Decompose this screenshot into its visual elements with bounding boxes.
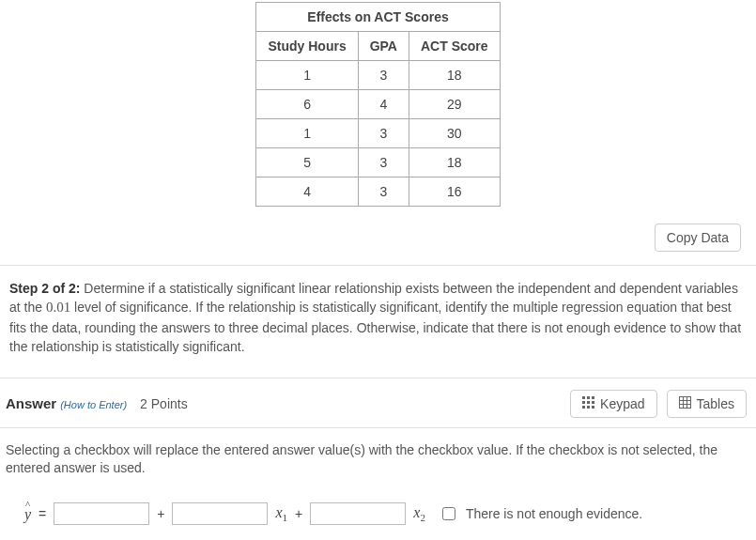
x2-symbol: x2: [413, 504, 425, 523]
answer-body: Selecting a checkbox will replace the en…: [0, 428, 756, 540]
table-row: 4 3 16: [256, 177, 500, 207]
keypad-label: Keypad: [600, 396, 644, 411]
equals-sign: =: [39, 506, 46, 521]
x1-symbol: x1: [275, 504, 287, 523]
data-table: Effects on ACT Scores Study Hours GPA AC…: [255, 2, 500, 207]
coef-x1-input[interactable]: [172, 502, 268, 525]
svg-rect-6: [582, 406, 585, 409]
data-table-container: Effects on ACT Scores Study Hours GPA AC…: [9, 0, 747, 207]
not-enough-evidence-label: There is not enough evidence.: [466, 506, 642, 521]
svg-rect-3: [582, 401, 585, 404]
answer-hint: Selecting a checkbox will replace the en…: [6, 441, 747, 478]
step-label: Step 2 of 2:: [9, 281, 80, 296]
svg-rect-5: [592, 401, 594, 404]
answer-label: Answer: [6, 395, 56, 411]
svg-rect-1: [587, 396, 590, 399]
tables-button[interactable]: Tables: [667, 390, 747, 418]
keypad-icon: [582, 396, 594, 411]
svg-rect-8: [592, 406, 594, 409]
table-title: Effects on ACT Scores: [256, 3, 500, 32]
plus-sign-1: +: [157, 506, 164, 521]
answer-right: Keypad Tables: [570, 390, 747, 418]
step-text-after: level of significance. If the relationsh…: [9, 300, 741, 354]
plus-sign-2: +: [295, 506, 302, 521]
svg-rect-2: [592, 396, 594, 399]
how-to-enter-link[interactable]: (How to Enter): [60, 399, 127, 410]
coef-x2-input[interactable]: [310, 502, 406, 525]
answer-left: Answer (How to Enter) 2 Points: [6, 395, 188, 411]
table-row: 6 4 29: [256, 90, 500, 119]
copy-data-row: Copy Data: [9, 207, 747, 255]
table-row: 1 3 30: [256, 119, 500, 148]
table-row: 1 3 18: [256, 61, 500, 90]
svg-rect-9: [679, 396, 690, 408]
significance-level: 0.01: [46, 300, 70, 315]
svg-rect-0: [582, 396, 585, 399]
table-row: 5 3 18: [256, 148, 500, 177]
svg-rect-7: [587, 406, 590, 409]
col-header-study-hours: Study Hours: [256, 32, 358, 61]
tables-label: Tables: [697, 396, 734, 411]
keypad-button[interactable]: Keypad: [570, 390, 656, 418]
answer-bar: Answer (How to Enter) 2 Points Keypad Ta…: [0, 378, 756, 428]
copy-data-label: Copy Data: [667, 230, 729, 245]
svg-rect-4: [587, 401, 590, 404]
step-instructions: Step 2 of 2: Determine if a statisticall…: [0, 266, 756, 378]
regression-equation: ^y = + x1 + x2 There is not enough evide…: [6, 502, 747, 525]
y-hat-symbol: ^y: [24, 504, 31, 523]
col-header-act-score: ACT Score: [409, 32, 500, 61]
not-enough-evidence-checkbox[interactable]: [442, 507, 455, 520]
problem-content: Effects on ACT Scores Study Hours GPA AC…: [0, 0, 756, 266]
tables-icon: [679, 396, 691, 411]
copy-data-button[interactable]: Copy Data: [655, 224, 741, 252]
points-label: 2 Points: [140, 396, 188, 411]
col-header-gpa: GPA: [358, 32, 409, 61]
intercept-input[interactable]: [54, 502, 149, 525]
